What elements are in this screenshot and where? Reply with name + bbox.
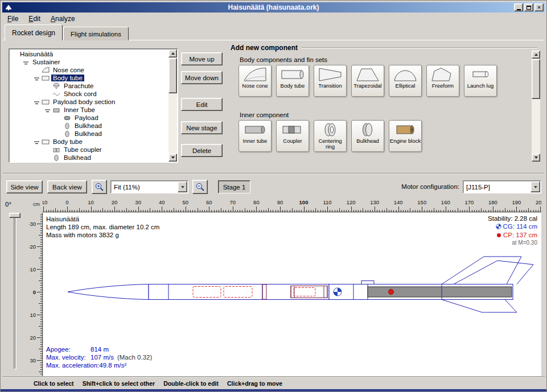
- flight-stat-label: Max. velocity:: [46, 353, 91, 361]
- ruler-tick: [408, 210, 408, 212]
- tree-item-bulkhead[interactable]: Bulkhead: [10, 122, 168, 130]
- maximize-button[interactable]: [524, 3, 533, 11]
- rotation-slider-track[interactable]: [14, 213, 17, 369]
- ruler-tick: [37, 269, 42, 270]
- ruler-label: 20: [30, 335, 36, 341]
- tree-item-bulkhead[interactable]: Bulkhead: [10, 130, 168, 138]
- add-nose-cone-button[interactable]: Nose cone: [238, 65, 272, 97]
- add-transition-button[interactable]: Transition: [314, 65, 347, 97]
- rotation-slider-thumb[interactable]: [9, 213, 20, 218]
- tree-item-body-tube[interactable]: Body tube: [10, 74, 168, 82]
- ruler-tick: [40, 369, 42, 370]
- tree-expander-icon[interactable]: [34, 77, 39, 79]
- tree-item-bulkhead[interactable]: Bulkhead: [10, 154, 168, 161]
- parachute-icon: [52, 82, 61, 90]
- scroll-up-button[interactable]: [168, 49, 177, 57]
- zoom-out-button[interactable]: [192, 180, 208, 194]
- tree-item-haisun-t[interactable]: Haisunäätä: [10, 50, 168, 58]
- ruler-tick: [40, 276, 42, 277]
- ruler-tick: [335, 210, 335, 212]
- scroll-down-button[interactable]: [168, 154, 177, 162]
- add-inner-tube-button[interactable]: Inner tube: [238, 120, 272, 152]
- motor-configuration-select[interactable]: [J115-P]: [463, 180, 541, 193]
- move-down-button[interactable]: Move down: [181, 71, 223, 84]
- new-stage-button[interactable]: New stage: [181, 121, 223, 134]
- add-engine-block-button[interactable]: Engine block: [389, 120, 422, 152]
- delete-button[interactable]: Delete: [181, 144, 223, 157]
- menu-file[interactable]: File: [2, 13, 23, 24]
- ruler-tick: [516, 207, 517, 212]
- ruler-tick: [507, 210, 508, 212]
- ruler-tick: [72, 210, 72, 212]
- ruler-tick: [60, 210, 61, 212]
- ruler-tick: [40, 244, 42, 245]
- ruler-tick: [105, 210, 105, 212]
- add-coupler-button[interactable]: Coupler: [276, 120, 309, 152]
- add-centering-ring-button[interactable]: Centering ring: [314, 120, 347, 152]
- ruler-tick: [429, 210, 430, 212]
- menu-analyze[interactable]: Analyze: [46, 13, 80, 24]
- component-button-label: Bulkhead: [356, 138, 379, 144]
- tree-item-payload-body-section[interactable]: Payload body section: [10, 98, 168, 106]
- tree-expander-icon[interactable]: [34, 101, 39, 102]
- ruler-tick: [40, 242, 42, 242]
- tree-item-payload[interactable]: Payload: [10, 114, 168, 122]
- minimize-button[interactable]: [514, 3, 523, 11]
- ruler-tick: [237, 210, 238, 212]
- scroll-down-button[interactable]: [532, 154, 540, 162]
- move-up-button[interactable]: Move up: [181, 52, 223, 65]
- ruler-tick: [266, 210, 266, 212]
- tree-item-parachute[interactable]: Parachute: [10, 82, 168, 90]
- tree-expander-icon[interactable]: [23, 61, 28, 63]
- menu-edit[interactable]: Edit: [23, 13, 46, 24]
- ruler-label: 20: [107, 199, 122, 205]
- scroll-up-button[interactable]: [532, 51, 540, 59]
- rocket-design-canvas[interactable]: Haisunäätä Length 189 cm, max. diameter …: [43, 213, 541, 376]
- back-view-button[interactable]: Back view: [47, 180, 87, 193]
- tab-rocket-design[interactable]: Rocket design: [5, 24, 63, 40]
- stage-1-toggle[interactable]: Stage 1: [218, 180, 250, 193]
- shockcord-icon: [52, 90, 61, 98]
- ruler-tick: [524, 210, 524, 212]
- add-freeform-button[interactable]: Freeform: [426, 65, 459, 97]
- tree-item-body-tube[interactable]: Body tube: [10, 138, 168, 146]
- motor-configuration-label: Motor configuration:: [392, 183, 459, 190]
- add-launch-lug-button[interactable]: Launch lug: [464, 65, 497, 97]
- add-trapezoidal-button[interactable]: Trapezoidal: [351, 65, 384, 97]
- chevron-down-icon[interactable]: [530, 181, 540, 192]
- pane-splitter[interactable]: [3, 173, 544, 174]
- ruler-tick: [346, 210, 347, 212]
- motor-configuration-value: [J115-P]: [463, 184, 530, 191]
- tree-expander-icon[interactable]: [45, 109, 50, 110]
- ruler-tick: [268, 208, 269, 212]
- ruler-label: 80: [249, 199, 264, 205]
- scrollbar-thumb[interactable]: [532, 59, 540, 99]
- minus-glyph: [35, 143, 38, 144]
- tree-item-tube-coupler[interactable]: Tube coupler: [10, 146, 168, 154]
- palette-scrollbar[interactable]: [532, 51, 540, 162]
- add-elliptical-button[interactable]: Elliptical: [389, 65, 422, 97]
- add-body-tube-button[interactable]: Body tube: [276, 65, 309, 97]
- side-view-button[interactable]: Side view: [6, 180, 43, 193]
- close-button[interactable]: ✕: [534, 3, 544, 11]
- edit-button[interactable]: Edit: [181, 98, 223, 111]
- ruler-tick: [443, 210, 444, 212]
- zoom-in-button[interactable]: [92, 180, 107, 194]
- tree-expander-icon[interactable]: [34, 141, 39, 142]
- scrollbar-thumb[interactable]: [168, 58, 177, 93]
- component-button-label: Freeform: [432, 83, 454, 89]
- zoom-select[interactable]: Fit (11%): [110, 180, 188, 193]
- tree-indent: [56, 115, 63, 121]
- tab-flight-simulations[interactable]: Flight simulations: [63, 27, 129, 40]
- chevron-down-icon[interactable]: [178, 181, 187, 192]
- bodytube-icon: [42, 98, 50, 106]
- tree-item-shock-cord[interactable]: Shock cord: [10, 90, 168, 98]
- tree-item-sustainer[interactable]: Sustainer: [10, 58, 168, 66]
- add-bulkhead-button[interactable]: Bulkhead: [351, 120, 384, 152]
- tree-item-nose-cone[interactable]: Nose cone: [10, 66, 168, 74]
- centeringring-icon: [318, 121, 343, 138]
- ruler-tick: [40, 230, 42, 231]
- tree-item-inner-tube[interactable]: Inner Tube: [10, 106, 168, 114]
- tree-scrollbar[interactable]: [168, 49, 177, 162]
- ruler-tick: [476, 210, 477, 212]
